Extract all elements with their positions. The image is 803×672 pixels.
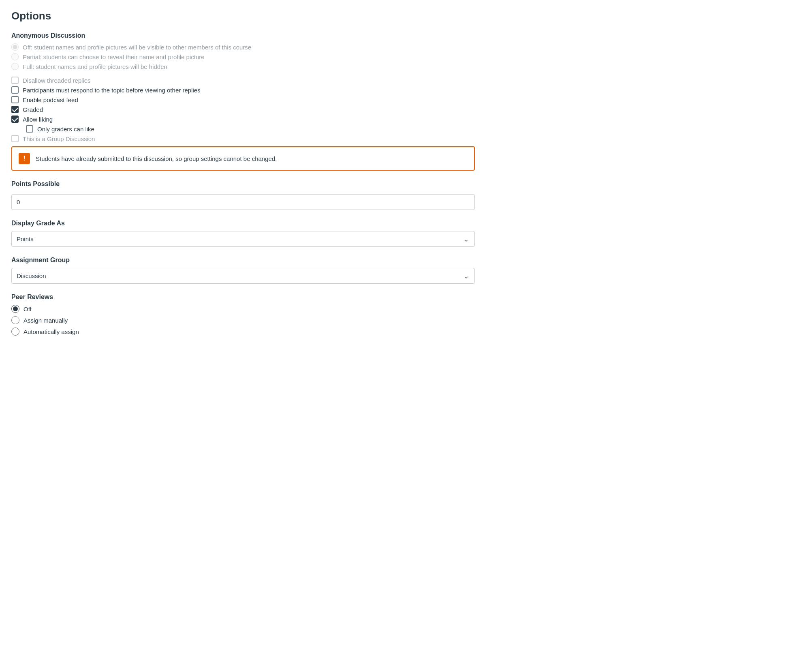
must-respond-label: Participants must respond to the topic b… [23,87,201,94]
anonymous-discussion-label: Anonymous Discussion [11,32,475,39]
display-grade-as-wrapper: Points Percentage Complete/Incomplete Le… [11,231,475,247]
anon-full-label: Full: student names and profile pictures… [23,63,167,70]
anon-partial-radio[interactable] [11,53,19,60]
peer-reviews-off-label: Off [23,306,32,312]
points-possible-label: Points Possible [11,180,475,188]
peer-reviews-off-item[interactable]: Off [11,305,475,313]
peer-reviews-off-radio[interactable] [11,305,19,313]
assignment-group-wrapper: Discussion ⌄ [11,268,475,284]
points-possible-section: Points Possible [11,180,475,210]
peer-reviews-manual-radio[interactable] [11,316,19,324]
disallow-threaded-item[interactable]: Disallow threaded replies [11,77,475,84]
graded-checkbox[interactable] [11,106,19,113]
allow-liking-item[interactable]: Allow liking [11,116,475,123]
anon-partial-option[interactable]: Partial: students can choose to reveal t… [11,53,475,60]
alert-message: Students have already submitted to this … [36,155,277,162]
must-respond-checkbox[interactable] [11,86,19,94]
anon-off-radio[interactable] [11,43,19,51]
graded-item[interactable]: Graded [11,106,475,113]
peer-reviews-manual-item[interactable]: Assign manually [11,316,475,324]
peer-reviews-label: Peer Reviews [11,293,475,301]
podcast-feed-label: Enable podcast feed [23,96,78,103]
podcast-feed-item[interactable]: Enable podcast feed [11,96,475,103]
must-respond-item[interactable]: Participants must respond to the topic b… [11,86,475,94]
display-grade-as-section: Display Grade As Points Percentage Compl… [11,220,475,247]
peer-reviews-manual-label: Assign manually [23,317,68,324]
anon-off-label: Off: student names and profile pictures … [23,44,251,51]
alert-icon: ! [19,153,30,164]
anon-full-option[interactable]: Full: student names and profile pictures… [11,63,475,70]
graded-label: Graded [23,106,43,113]
page-title: Options [11,10,475,22]
only-graders-like-label: Only graders can like [37,126,94,133]
group-discussion-item[interactable]: This is a Group Discussion [11,135,475,142]
options-checkbox-list: Disallow threaded replies Participants m… [11,77,475,142]
disallow-threaded-label: Disallow threaded replies [23,77,91,84]
peer-reviews-auto-radio[interactable] [11,327,19,336]
anon-full-radio[interactable] [11,63,19,70]
alert-box: ! Students have already submitted to thi… [11,146,475,171]
allow-liking-label: Allow liking [23,116,53,123]
display-grade-as-select[interactable]: Points Percentage Complete/Incomplete Le… [11,231,475,247]
points-possible-input[interactable] [11,194,475,210]
anonymous-discussion-radio-group: Off: student names and profile pictures … [11,43,475,70]
anon-off-option[interactable]: Off: student names and profile pictures … [11,43,475,51]
anon-partial-label: Partial: students can choose to reveal t… [23,54,205,60]
peer-reviews-section: Peer Reviews Off Assign manually Automat… [11,293,475,336]
display-grade-as-label: Display Grade As [11,220,475,227]
group-discussion-label: This is a Group Discussion [23,135,95,142]
only-graders-like-checkbox[interactable] [26,125,33,133]
only-graders-like-item[interactable]: Only graders can like [26,125,475,133]
assignment-group-select[interactable]: Discussion [11,268,475,284]
podcast-feed-checkbox[interactable] [11,96,19,103]
disallow-threaded-checkbox[interactable] [11,77,19,84]
peer-reviews-auto-label: Automatically assign [23,328,79,335]
anonymous-discussion-section: Anonymous Discussion Off: student names … [11,32,475,70]
assignment-group-label: Assignment Group [11,257,475,264]
group-discussion-checkbox[interactable] [11,135,19,142]
peer-reviews-radio-group: Off Assign manually Automatically assign [11,305,475,336]
assignment-group-section: Assignment Group Discussion ⌄ [11,257,475,284]
allow-liking-checkbox[interactable] [11,116,19,123]
peer-reviews-auto-item[interactable]: Automatically assign [11,327,475,336]
